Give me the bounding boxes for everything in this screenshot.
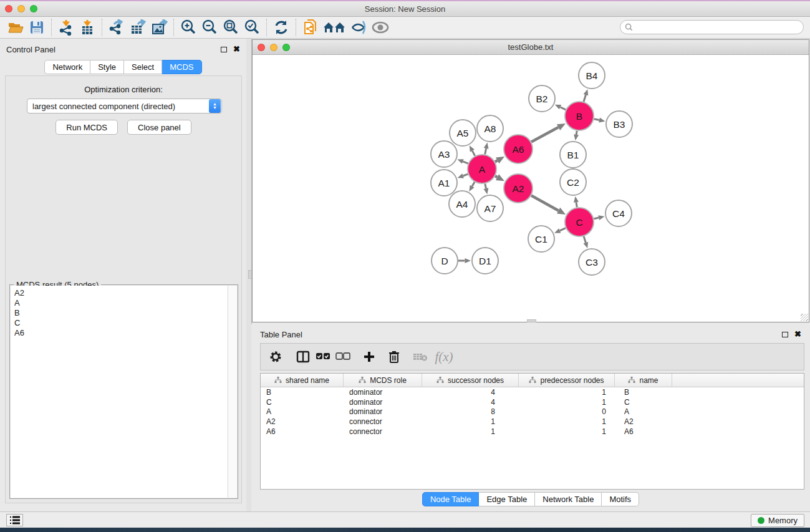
function-builder-button[interactable]: f(x) [430, 347, 458, 366]
tab-network-table[interactable]: Network Table [535, 492, 602, 506]
show-graphics-button[interactable] [370, 18, 391, 37]
column-header-successor-nodes[interactable]: successor nodes [422, 374, 519, 387]
tab-node-table[interactable]: Node Table [422, 492, 480, 506]
table-cell[interactable]: B [261, 388, 344, 397]
tab-style[interactable]: Style [90, 60, 124, 74]
column-header-shared-name[interactable]: shared name [261, 374, 344, 387]
table-cell[interactable]: connector [344, 417, 422, 426]
edge-A-A1[interactable] [458, 173, 468, 178]
table-cell[interactable]: C [615, 398, 672, 407]
graph-node-A[interactable]: A [468, 155, 496, 183]
window-resize-handle[interactable] [801, 314, 808, 321]
graph-node-C1[interactable]: C1 [528, 226, 554, 252]
delete-column-button[interactable] [384, 347, 404, 366]
column-header-MCDS-role[interactable]: MCDS role [344, 374, 422, 387]
graph-node-A8[interactable]: A8 [477, 115, 503, 142]
export-network-button[interactable] [106, 18, 127, 37]
table-cell[interactable]: connector [344, 427, 422, 436]
table-cell[interactable]: C [261, 398, 344, 407]
table-cell[interactable]: 1 [422, 427, 519, 436]
edge-D-D1[interactable] [458, 258, 471, 263]
table-cell[interactable]: A2 [261, 417, 344, 426]
copy-network-button[interactable] [300, 18, 321, 37]
graph-node-C[interactable]: C [565, 208, 594, 236]
run-mcds-button[interactable]: Run MCDS [55, 120, 118, 135]
table-row[interactable]: Bdominator41B [261, 387, 804, 397]
save-session-button[interactable] [26, 18, 47, 37]
table-cell[interactable]: 4 [422, 398, 519, 407]
table-row[interactable]: A2connector11A2 [261, 417, 804, 427]
graph-node-C2[interactable]: C2 [560, 169, 586, 195]
edge-B-B3[interactable] [594, 118, 605, 123]
graph-node-A4[interactable]: A4 [449, 191, 475, 217]
edge-B-B1[interactable] [574, 131, 579, 141]
table-row[interactable]: Cdominator41C [261, 397, 804, 407]
float-table-panel-icon[interactable] [782, 332, 788, 337]
table-cell[interactable]: B [615, 388, 672, 397]
close-panel-button[interactable]: Close panel [127, 120, 191, 135]
edge-A-A6[interactable] [495, 157, 504, 163]
zoom-out-button[interactable] [199, 18, 220, 37]
result-item[interactable]: A2 [14, 288, 224, 298]
float-panel-icon[interactable] [221, 47, 227, 52]
result-item[interactable]: C [14, 318, 224, 328]
edge-A-A3[interactable] [457, 159, 468, 163]
graph-node-D[interactable]: D [432, 248, 458, 274]
vertical-scrollbar-thumb[interactable] [248, 270, 252, 279]
close-panel-icon[interactable]: ✖ [233, 46, 240, 52]
result-item[interactable]: B [14, 308, 224, 318]
edge-C-C4[interactable] [594, 215, 604, 220]
table-cell[interactable]: A2 [615, 417, 672, 426]
deselect-all-button[interactable] [333, 347, 353, 366]
hide-graphics-button[interactable] [349, 18, 370, 37]
edge-A-A5[interactable] [470, 145, 475, 156]
result-scrollbar[interactable] [228, 286, 237, 498]
edge-C-C3[interactable] [583, 236, 588, 248]
table-cell[interactable]: 1 [519, 417, 615, 426]
graph-node-D1[interactable]: D1 [472, 248, 498, 274]
edge-B-B2[interactable] [555, 105, 566, 110]
table-cell[interactable]: 8 [422, 407, 519, 416]
edge-C-C2[interactable] [574, 196, 579, 208]
table-row[interactable]: Adominator80A [261, 407, 804, 417]
home-view-button[interactable] [321, 18, 349, 37]
graph-node-C4[interactable]: C4 [605, 200, 632, 226]
tab-select[interactable]: Select [124, 60, 162, 74]
edge-A-A8[interactable] [484, 143, 489, 155]
edge-A-A4[interactable] [469, 182, 475, 191]
graph-node-C3[interactable]: C3 [579, 249, 605, 275]
table-cell[interactable]: 1 [519, 398, 615, 407]
export-image-button[interactable] [148, 18, 170, 37]
graph-node-B4[interactable]: B4 [579, 62, 605, 89]
edge-C-C1[interactable] [554, 228, 566, 233]
search-field[interactable] [620, 20, 804, 34]
table-cell[interactable]: 0 [519, 407, 615, 416]
table-cell[interactable]: A6 [261, 427, 344, 436]
tab-mcds[interactable]: MCDS [162, 60, 201, 74]
export-table-button[interactable] [127, 18, 148, 37]
edge-B-B4[interactable] [584, 89, 589, 102]
column-header-name[interactable]: name [615, 374, 672, 387]
graph-node-A6[interactable]: A6 [504, 135, 533, 163]
table-cell[interactable]: 1 [519, 427, 615, 436]
edge-A2-C[interactable] [531, 196, 566, 215]
columns-button[interactable] [293, 347, 313, 366]
result-item[interactable]: A6 [14, 328, 224, 338]
tab-motifs[interactable]: Motifs [602, 492, 639, 506]
zoom-selected-button[interactable] [241, 18, 263, 37]
graph-node-A2[interactable]: A2 [504, 174, 533, 203]
table-cell[interactable]: dominator [344, 398, 422, 407]
table-row[interactable]: A6connector11A6 [261, 427, 804, 437]
tab-network[interactable]: Network [44, 60, 90, 74]
graph-node-B2[interactable]: B2 [529, 85, 555, 112]
table-cell[interactable]: dominator [344, 407, 422, 416]
graph-node-A5[interactable]: A5 [450, 120, 476, 146]
zoom-in-button[interactable] [178, 18, 199, 37]
criterion-select[interactable]: largest connected component (directed) ▲… [27, 99, 222, 114]
table-cell[interactable]: A [261, 407, 344, 416]
edge-A6-B[interactable] [531, 123, 566, 142]
table-cell[interactable]: 1 [519, 388, 615, 397]
task-history-button[interactable] [6, 514, 23, 526]
table-cell[interactable]: 1 [422, 417, 519, 426]
result-item[interactable]: A [14, 298, 224, 308]
